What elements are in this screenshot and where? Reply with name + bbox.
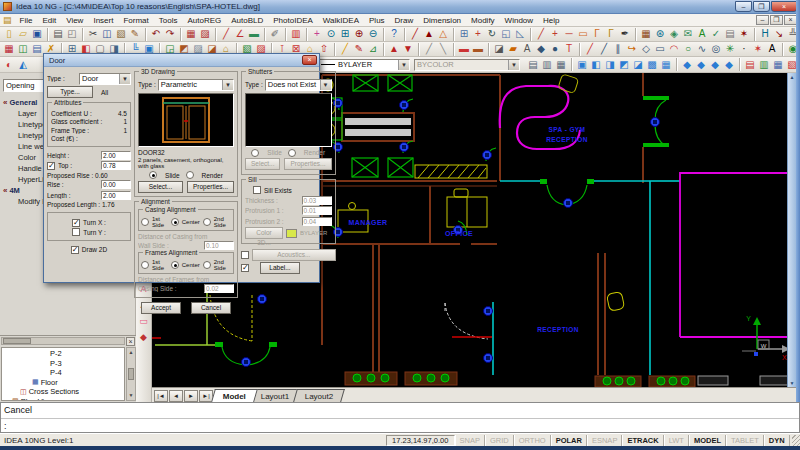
- tree-item-floor[interactable]: ▦ Floor: [2, 378, 124, 388]
- wall-tool-icon[interactable]: ▦: [2, 43, 16, 56]
- toggle-snap[interactable]: SNAP: [455, 435, 485, 446]
- redline-icon[interactable]: ╱: [408, 28, 422, 41]
- restore-button[interactable]: ❐: [753, 1, 770, 12]
- menu-file[interactable]: File: [15, 16, 38, 25]
- vt-dim-icon[interactable]: ▭: [137, 313, 151, 329]
- toggle-dyn[interactable]: DYN: [764, 435, 790, 446]
- menu-insert[interactable]: Insert: [88, 16, 118, 25]
- chevron-down-icon[interactable]: ▼: [222, 80, 233, 90]
- tree-item-cross-sections[interactable]: ◫ Cross Sections: [2, 387, 124, 397]
- shutters-type-select[interactable]: Does not Exist ▼: [265, 79, 332, 91]
- polyline-icon[interactable]: ╱: [597, 43, 611, 56]
- line-tool-icon[interactable]: ╱: [583, 43, 597, 56]
- perspective2-icon[interactable]: ╲: [436, 43, 450, 56]
- print-preview-icon[interactable]: ◰: [65, 28, 79, 41]
- slope-icon[interactable]: ◺: [513, 28, 527, 41]
- door-type-select[interactable]: Door ▼: [79, 73, 131, 85]
- h-section-icon[interactable]: H: [758, 28, 772, 41]
- type-button[interactable]: Type...: [47, 86, 93, 98]
- tab-next-button[interactable]: ►: [184, 390, 198, 402]
- zoom-out-icon[interactable]: ⊖: [366, 28, 380, 41]
- height-field[interactable]: 2.00: [101, 151, 131, 160]
- tree-item-p3[interactable]: P-3: [2, 359, 124, 369]
- plot3-icon[interactable]: ▦: [554, 58, 568, 71]
- title-bar[interactable]: Idea 10 NG - [C:\4M\IDEA\Top 10 reasons\…: [0, 0, 800, 14]
- slide-radio[interactable]: [149, 171, 157, 179]
- palette-header[interactable]: Opening: [3, 79, 45, 92]
- accept-button[interactable]: Accept: [141, 302, 181, 314]
- close-icon[interactable]: ×: [126, 337, 135, 346]
- menu-dimension[interactable]: Dimension: [418, 16, 466, 25]
- menu-window[interactable]: Window: [500, 16, 538, 25]
- point-icon[interactable]: ·: [737, 43, 751, 56]
- crosshair-icon[interactable]: +: [471, 28, 485, 41]
- toggle-esnap[interactable]: ESNAP: [587, 435, 622, 446]
- toggle-grid[interactable]: GRID: [485, 435, 514, 446]
- rect-icon[interactable]: ▭: [576, 28, 590, 41]
- rectangle-icon[interactable]: ▭: [653, 43, 667, 56]
- casing-2nd-side-radio[interactable]: [203, 218, 211, 226]
- scrollbar-thumb[interactable]: [3, 338, 31, 344]
- wall3-tool-icon[interactable]: ▤: [30, 43, 44, 56]
- pencil-icon[interactable]: ✐: [268, 28, 282, 41]
- casing-1st-side-radio[interactable]: [141, 218, 149, 226]
- scroll-up-icon[interactable]: ▲: [129, 349, 134, 356]
- circle-icon[interactable]: ○: [681, 43, 695, 56]
- toggle-model[interactable]: MODEL: [689, 435, 726, 446]
- tab-model[interactable]: Model: [211, 389, 258, 402]
- line-red-icon[interactable]: ╱: [534, 28, 548, 41]
- rail2-icon[interactable]: ▬: [471, 43, 485, 56]
- brush-icon[interactable]: ▰: [506, 43, 520, 56]
- undo-icon[interactable]: ↶: [149, 28, 163, 41]
- iso-view4-icon[interactable]: ◆: [722, 58, 736, 71]
- toggle-tablet[interactable]: TABLET: [726, 435, 764, 446]
- print-icon[interactable]: ▤: [51, 28, 65, 41]
- rail-icon[interactable]: ▬: [457, 43, 471, 56]
- flower-icon[interactable]: ✳: [723, 43, 737, 56]
- draw-2d-checkbox[interactable]: [71, 246, 79, 254]
- command-window[interactable]: Cancel :: [0, 402, 800, 433]
- view-cube4-icon[interactable]: ◩: [617, 58, 631, 71]
- region-icon[interactable]: ◱: [499, 28, 513, 41]
- triangle-outline-icon[interactable]: △: [436, 28, 450, 41]
- extra3-icon[interactable]: ▦: [771, 58, 785, 71]
- iso-view1-icon[interactable]: ◆: [680, 58, 694, 71]
- triangle-tool-icon[interactable]: ⊿: [366, 43, 380, 56]
- 3d-type-select[interactable]: Parametric ▼: [158, 79, 234, 91]
- angle-icon[interactable]: ∠: [233, 28, 247, 41]
- iso-view2-icon[interactable]: ◆: [694, 58, 708, 71]
- rise-field[interactable]: 0.00: [101, 180, 131, 189]
- parallel-icon[interactable]: ∥: [611, 43, 625, 56]
- menu-draw[interactable]: Draw: [390, 16, 419, 25]
- turn-x-checkbox[interactable]: [72, 219, 80, 227]
- view-cube2-icon[interactable]: ◧: [589, 58, 603, 71]
- menu-tools[interactable]: Tools: [154, 16, 183, 25]
- tree-tool-icon[interactable]: T: [562, 43, 576, 56]
- view-cube3-icon[interactable]: ◨: [603, 58, 617, 71]
- star-icon[interactable]: ✶: [737, 28, 751, 41]
- furniture-icon[interactable]: A: [520, 43, 534, 56]
- menu-photoidea[interactable]: PhotoIDEA: [268, 16, 318, 25]
- menu-edit[interactable]: Edit: [37, 16, 61, 25]
- perspective1-icon[interactable]: ╱: [422, 43, 436, 56]
- toggle-etrack[interactable]: ETRACK: [622, 435, 663, 446]
- menu-format[interactable]: Format: [118, 16, 153, 25]
- label-checkbox[interactable]: [241, 264, 249, 272]
- resize-grip-icon[interactable]: [792, 435, 800, 446]
- text-tool-icon[interactable]: A: [765, 43, 779, 56]
- sheet-icon[interactable]: ▤: [723, 28, 737, 41]
- zoom-in-icon[interactable]: ⊕: [352, 28, 366, 41]
- rotate-view-icon[interactable]: ↻: [485, 28, 499, 41]
- dash-icon[interactable]: ─: [562, 28, 576, 41]
- wall2-tool-icon[interactable]: ◫: [16, 43, 30, 56]
- triangle-up-icon[interactable]: ▲: [422, 28, 436, 41]
- label-button[interactable]: Label...: [260, 262, 300, 274]
- extra1-icon[interactable]: ▤: [743, 58, 757, 71]
- format-painter-icon[interactable]: ✎: [128, 28, 142, 41]
- view-cube1-icon[interactable]: ▣: [575, 58, 589, 71]
- plot2-icon[interactable]: ▥: [540, 58, 554, 71]
- view-cube7-icon[interactable]: ▦: [659, 58, 673, 71]
- properties-button[interactable]: Properties...: [187, 181, 234, 193]
- view-cube5-icon[interactable]: ◪: [631, 58, 645, 71]
- corner-icon[interactable]: Γ: [590, 28, 604, 41]
